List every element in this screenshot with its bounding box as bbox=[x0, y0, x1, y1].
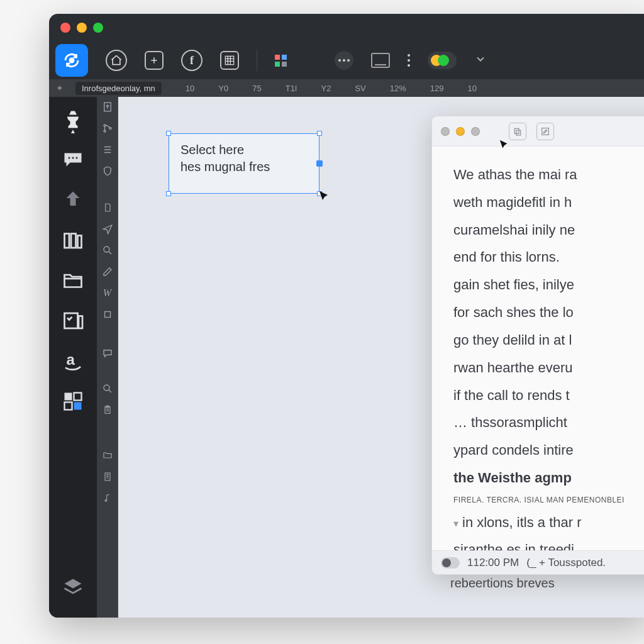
sidebar-layout-button[interactable] bbox=[62, 390, 84, 413]
notes-line: ypard condels intire bbox=[453, 438, 644, 462]
branch-tool[interactable] bbox=[101, 122, 114, 135]
clipboard-icon bbox=[103, 404, 113, 416]
plane-tool[interactable] bbox=[101, 223, 114, 235]
notes-maximize-button[interactable] bbox=[471, 127, 480, 136]
search-tool[interactable] bbox=[101, 244, 114, 257]
maximize-window-button[interactable] bbox=[93, 23, 103, 33]
selected-text-frame[interactable]: Select here hes mugnal fres bbox=[169, 133, 319, 194]
svg-rect-10 bbox=[71, 234, 76, 248]
chevron-down-icon bbox=[474, 53, 487, 65]
notes-line: rwan hearthe everu bbox=[453, 356, 644, 380]
notes-body[interactable]: We athas the mai ra weth magidefitl in h… bbox=[432, 147, 644, 550]
notes-status-bar: 112:00 PM (_ + Tousspoted. bbox=[432, 550, 644, 574]
more-options-button[interactable] bbox=[335, 51, 353, 70]
chevron-down-icon[interactable]: ▾ bbox=[453, 518, 458, 529]
svg-point-25 bbox=[104, 385, 109, 391]
facebook-button[interactable]: f bbox=[181, 50, 203, 71]
svg-rect-13 bbox=[79, 316, 82, 329]
svg-point-20 bbox=[104, 125, 106, 126]
ruler-tick: SV bbox=[355, 84, 365, 93]
panel-cursor bbox=[499, 139, 510, 150]
notes-line: for sach shes the lo bbox=[453, 301, 644, 325]
app-logo-button[interactable] bbox=[55, 44, 88, 77]
notes-copy-button[interactable] bbox=[509, 123, 526, 140]
sidebar-amazon-button[interactable]: a bbox=[62, 350, 84, 372]
toolbar-divider bbox=[257, 50, 257, 71]
svg-rect-31 bbox=[516, 130, 521, 135]
add-document-button[interactable] bbox=[145, 51, 164, 70]
resize-handle-bl[interactable] bbox=[166, 191, 171, 196]
copy-icon bbox=[513, 126, 523, 136]
close-window-button[interactable] bbox=[60, 23, 70, 33]
resize-handle-mr[interactable] bbox=[316, 160, 323, 167]
horizontal-ruler[interactable]: Inrofsgedeonlay, mn 10 Y0 75 T1I Y2 SV 1… bbox=[70, 79, 644, 97]
resize-handle-tr[interactable] bbox=[317, 131, 322, 136]
document-tab[interactable]: Inrofsgedeonlay, mn bbox=[75, 82, 162, 95]
notes-line: end for this lorns. bbox=[453, 245, 644, 269]
w-letter-icon: W bbox=[103, 287, 111, 299]
sidebar-folder-button[interactable] bbox=[62, 269, 84, 292]
open-folder-tool[interactable] bbox=[101, 449, 114, 462]
canvas[interactable]: Select here hes mugnal fres bbox=[118, 97, 644, 618]
notes-line: weth magidefitl in h bbox=[453, 191, 644, 214]
notes-panel-header bbox=[432, 116, 644, 147]
chat-tool[interactable] bbox=[101, 347, 114, 360]
pencil-square-icon bbox=[540, 126, 550, 136]
theme-toggle[interactable] bbox=[428, 52, 457, 69]
svg-rect-16 bbox=[74, 393, 82, 401]
svg-point-7 bbox=[72, 157, 74, 159]
ruler-tick: 10 bbox=[186, 84, 194, 93]
svg-rect-30 bbox=[514, 128, 519, 133]
notebook-icon bbox=[103, 471, 113, 482]
kebab-menu-button[interactable] bbox=[408, 54, 410, 67]
crop-tool[interactable] bbox=[101, 308, 114, 321]
sidebar-tasks-button[interactable] bbox=[62, 309, 84, 332]
shield-icon bbox=[102, 165, 113, 177]
wave-tool[interactable]: W bbox=[101, 287, 114, 299]
overflow-text: rebeertions breves bbox=[450, 576, 555, 591]
svg-rect-1 bbox=[225, 56, 233, 64]
text-line: Select here bbox=[180, 142, 308, 158]
crop-icon bbox=[102, 309, 113, 320]
svg-point-8 bbox=[76, 157, 78, 159]
sidebar-messages-button[interactable] bbox=[62, 148, 84, 171]
eraser-tool[interactable] bbox=[101, 265, 114, 278]
color-apps-button[interactable] bbox=[275, 55, 287, 67]
export-icon bbox=[102, 101, 113, 113]
home-icon bbox=[110, 54, 123, 67]
clipboard-tool[interactable] bbox=[101, 404, 114, 416]
display-mode-button[interactable] bbox=[371, 53, 390, 68]
notes-close-button[interactable] bbox=[441, 127, 450, 136]
grid-layout-icon bbox=[62, 390, 84, 413]
notes-minimize-button[interactable] bbox=[456, 127, 465, 136]
page-tool[interactable] bbox=[101, 201, 114, 214]
sidebar-library-button[interactable] bbox=[62, 229, 84, 252]
sidebar-upload-button[interactable] bbox=[62, 189, 84, 211]
resize-handle-tl[interactable] bbox=[166, 131, 171, 136]
dropdown-chevron-button[interactable] bbox=[474, 53, 487, 69]
shield-tool[interactable] bbox=[101, 165, 114, 177]
ruler-origin-button[interactable]: ✦ bbox=[49, 79, 70, 97]
svg-rect-28 bbox=[105, 473, 110, 480]
svg-point-21 bbox=[104, 130, 106, 132]
titlebar bbox=[49, 14, 644, 42]
svg-rect-11 bbox=[78, 236, 82, 248]
notes-toggle[interactable] bbox=[441, 557, 460, 569]
notes-line: … thssorasmplicht bbox=[453, 411, 644, 435]
calendar-grid-button[interactable] bbox=[220, 51, 239, 70]
music-tool[interactable] bbox=[101, 492, 114, 504]
notes-edit-button[interactable] bbox=[536, 123, 554, 140]
svg-text:a: a bbox=[67, 351, 75, 368]
sidebar-chess-button[interactable]: ▲ bbox=[62, 108, 84, 131]
sidebar-layers-button[interactable] bbox=[62, 576, 84, 599]
minimize-window-button[interactable] bbox=[77, 23, 87, 33]
music-note-icon bbox=[103, 492, 113, 504]
zoom-tool[interactable] bbox=[101, 382, 114, 395]
home-button[interactable] bbox=[106, 50, 127, 71]
plus-icon bbox=[149, 55, 159, 65]
camera-sync-icon bbox=[62, 51, 81, 70]
list-tool[interactable] bbox=[101, 143, 114, 156]
export-tool[interactable] bbox=[101, 101, 114, 113]
notebook-tool[interactable] bbox=[101, 470, 114, 483]
status-time: 112:00 PM bbox=[467, 557, 519, 569]
